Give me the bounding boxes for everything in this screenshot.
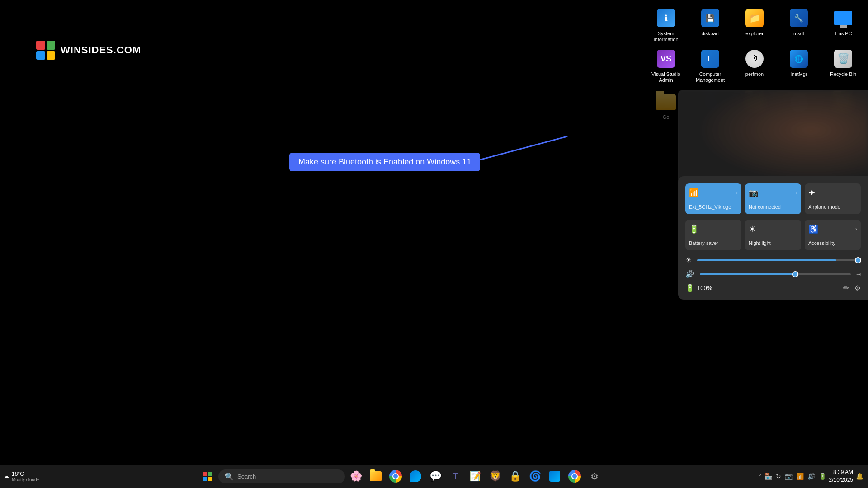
this-pc-icon	[832, 7, 854, 29]
taskbar-app-chrome2[interactable]	[566, 467, 584, 485]
night-light-label: Night light	[749, 240, 771, 246]
weather-info: 18°C Mostly cloudy	[12, 471, 39, 482]
accessibility-label: Accessibility	[808, 240, 835, 246]
accessibility-icon: ♿	[808, 224, 818, 234]
bluetooth-label: Not connected	[749, 204, 781, 210]
diskpart-icon: 💾	[699, 7, 721, 29]
whatsapp-icon: 💬	[429, 470, 442, 482]
explorer-label: explorer	[745, 31, 764, 37]
search-bar[interactable]: 🔍 Search	[218, 469, 345, 483]
tray-volume-icon[interactable]: 🔊	[807, 472, 816, 481]
tray-notification-icon[interactable]: 🔔	[855, 472, 864, 481]
taskbar-app-10[interactable]	[546, 467, 564, 485]
taskbar-app-chrome[interactable]	[387, 467, 405, 485]
desktop: WINSIDES.COM Make sure Bluetooth is Enab…	[0, 0, 868, 488]
sticky-notes-icon: 📝	[470, 471, 480, 481]
tray-bluetooth-icon[interactable]: 📷	[784, 472, 793, 481]
tray-battery-icon[interactable]: 🔋	[818, 472, 827, 481]
desktop-icon-row2: VS Visual Studio Admin 🖥 Computer Manage…	[646, 45, 863, 86]
taskbar-app-settings[interactable]: ⚙	[585, 467, 604, 485]
desktop-icon-perfmon[interactable]: ⏱ perfmon	[734, 45, 775, 86]
bluetooth-tooltip: Make sure Bluetooth is Enabled on Window…	[289, 153, 480, 171]
bluetooth-header: 📷 ›	[749, 188, 797, 198]
preview-blurred-content	[678, 90, 868, 190]
weather-widget[interactable]: ☁ 18°C Mostly cloudy	[4, 471, 39, 482]
desktop-icon-this-pc[interactable]: This PC	[823, 5, 863, 45]
battery-info: 🔋 100%	[685, 284, 712, 292]
toggles-row2: 🔋 Battery saver ☀ Night light ♿ › Access…	[685, 220, 861, 250]
bluetooth-icon: 📷	[749, 188, 759, 198]
brightness-track[interactable]	[697, 259, 861, 261]
search-text: Search	[237, 473, 256, 480]
night-light-toggle[interactable]: ☀ Night light	[745, 220, 801, 250]
qs-edit-button[interactable]: ✏	[843, 284, 849, 292]
volume-track[interactable]	[700, 273, 851, 275]
taskbar-app-bitwarden[interactable]: 🔒	[506, 467, 524, 485]
desktop-icon-explorer[interactable]: 📁 explorer	[734, 5, 775, 45]
battery-saver-toggle[interactable]: 🔋 Battery saver	[685, 220, 741, 250]
battery-icon: 🔋	[685, 284, 694, 292]
qs-settings-button[interactable]: ⚙	[854, 284, 861, 292]
brightness-slider-row: ☀	[685, 256, 861, 264]
battery-saver-label: Battery saver	[689, 240, 718, 246]
file-explorer-icon	[370, 471, 382, 481]
vs-shape: VS	[657, 50, 675, 68]
inetmgr-label: InetMgr	[790, 71, 807, 77]
desktop-icon-computer-management[interactable]: 🖥 Computer Management	[690, 45, 731, 86]
tray-update-icon[interactable]: ↻	[775, 472, 782, 481]
brightness-fill	[697, 259, 836, 261]
accessibility-toggle[interactable]: ♿ › Accessibility	[805, 220, 861, 250]
taskbar: ☁ 18°C Mostly cloudy 🔍 Searc	[0, 465, 868, 488]
volume-slider-row: 🔊 ⇥	[685, 270, 861, 278]
taskbar-app-file-explorer[interactable]	[367, 467, 385, 485]
start-button[interactable]	[198, 467, 217, 485]
preview-panel	[678, 90, 868, 190]
msdt-label: msdt	[793, 31, 804, 37]
wifi-header: 📶 ›	[689, 188, 738, 198]
logo: WINSIDES.COM	[36, 41, 141, 60]
bluetooth-chevron-icon: ›	[796, 190, 797, 196]
app10-icon	[549, 471, 560, 482]
computer-management-icon: 🖥	[699, 48, 721, 70]
computer-management-label: Computer Management	[693, 71, 728, 83]
bluetooth-toggle[interactable]: 📷 › Not connected	[745, 183, 801, 214]
clock[interactable]: 8:39 AM 2/10/2025	[829, 469, 853, 484]
windows-logo	[203, 472, 212, 481]
tooltip-arrow	[480, 136, 568, 160]
taskbar-app-sticky-notes[interactable]: 📝	[466, 467, 484, 485]
quick-settings-panel: 📶 › Ext_5GHz_Vikroge 📷 › Not connected ✈…	[678, 176, 868, 300]
taskbar-app-whatsapp[interactable]: 💬	[426, 467, 444, 485]
diskpart-shape: 💾	[701, 9, 719, 27]
volume-thumb[interactable]	[792, 271, 798, 277]
desktop-icon-recycle-bin[interactable]: 🗑️ Recycle Bin	[823, 45, 863, 86]
desktop-icon-system-information[interactable]: ℹ System Information	[646, 5, 686, 45]
taskbar-app-flowers[interactable]: 🌸	[347, 467, 365, 485]
battery-saver-icon: 🔋	[689, 224, 699, 234]
airplane-toggle[interactable]: ✈ Airplane mode	[805, 183, 861, 214]
taskbar-right: ^ 🏪 ↻ 📷 📶 🔊 🔋 8:39 AM 2/10/2025 🔔	[759, 469, 864, 484]
recycle-bin-label: Recycle Bin	[830, 71, 856, 77]
monitor-shape	[834, 11, 852, 25]
taskbar-app-brave[interactable]: 🦁	[486, 467, 504, 485]
desktop-icon-diskpart[interactable]: 💾 diskpart	[690, 5, 731, 45]
taskbar-app-teams[interactable]: T	[446, 467, 464, 485]
desktop-icon-inetmgr[interactable]: 🌐 InetMgr	[778, 45, 819, 86]
flowers-icon: 🌸	[350, 470, 362, 482]
teams-icon: T	[453, 471, 458, 482]
logo-icon	[36, 41, 55, 60]
taskbar-app-edge[interactable]	[406, 467, 425, 485]
volume-icon: 🔊	[685, 270, 694, 278]
desktop-icon-vs[interactable]: VS Visual Studio Admin	[646, 45, 686, 86]
weather-temp: 18°C	[12, 471, 39, 477]
night-light-icon: ☀	[749, 224, 756, 234]
tray-wifi-icon[interactable]: 📶	[795, 472, 805, 481]
taskbar-app-9[interactable]: 🌀	[526, 467, 544, 485]
qs-actions: ✏ ⚙	[843, 284, 861, 292]
weather-condition: Mostly cloudy	[12, 477, 39, 482]
wifi-toggle[interactable]: 📶 › Ext_5GHz_Vikroge	[685, 183, 741, 214]
desktop-icon-msdt[interactable]: 🔧 msdt	[778, 5, 819, 45]
tray-store-icon[interactable]: 🏪	[764, 472, 773, 481]
brightness-thumb[interactable]	[855, 257, 861, 263]
tray-expand-icon[interactable]: ^	[759, 474, 761, 479]
perfmon-icon: ⏱	[744, 48, 765, 70]
